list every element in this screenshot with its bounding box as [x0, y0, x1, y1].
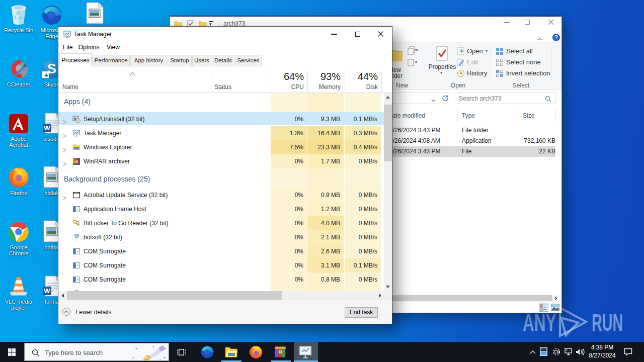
- svg-text:W: W: [44, 287, 50, 295]
- svg-text:W: W: [44, 124, 50, 132]
